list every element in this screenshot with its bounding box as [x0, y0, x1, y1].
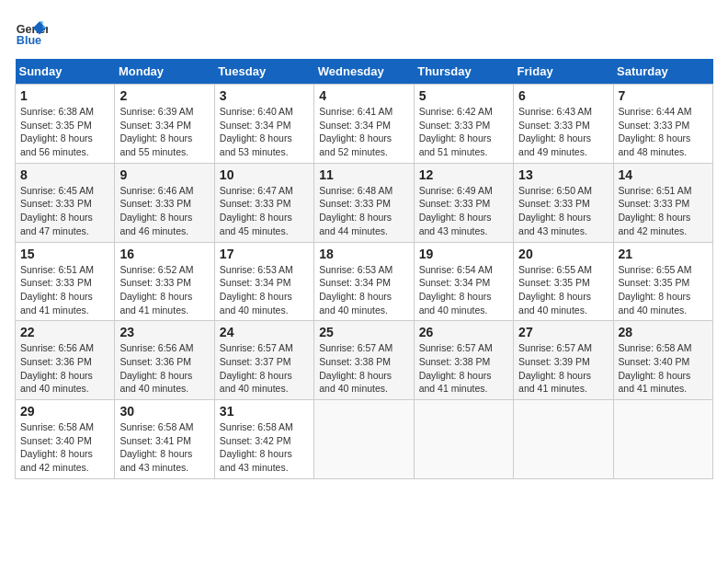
day-number: 2 — [119, 88, 209, 103]
calendar-cell: 6Sunrise: 6:43 AMSunset: 3:33 PMDaylight… — [514, 85, 613, 164]
calendar-cell: 25Sunrise: 6:57 AMSunset: 3:38 PMDayligh… — [314, 321, 414, 400]
day-number: 15 — [20, 247, 109, 261]
logo-icon: General Blue — [15, 15, 48, 48]
cell-content: Sunrise: 6:39 AMSunset: 3:34 PMDaylight:… — [119, 106, 193, 157]
day-number: 17 — [220, 247, 309, 261]
cell-content: Sunrise: 6:58 AMSunset: 3:41 PMDaylight:… — [119, 421, 193, 473]
calendar-cell: 15Sunrise: 6:51 AMSunset: 3:33 PMDayligh… — [16, 242, 115, 321]
cell-content: Sunrise: 6:40 AMSunset: 3:34 PMDaylight:… — [220, 106, 293, 157]
day-number: 21 — [619, 247, 708, 261]
calendar-cell: 23Sunrise: 6:56 AMSunset: 3:36 PMDayligh… — [115, 321, 214, 400]
cell-content: Sunrise: 6:57 AMSunset: 3:38 PMDaylight:… — [419, 342, 493, 394]
weekday-header: Monday — [115, 59, 214, 85]
cell-content: Sunrise: 6:46 AMSunset: 3:33 PMDaylight:… — [119, 185, 193, 236]
calendar-cell: 27Sunrise: 6:57 AMSunset: 3:39 PMDayligh… — [514, 321, 613, 400]
cell-content: Sunrise: 6:45 AMSunset: 3:33 PMDaylight:… — [20, 185, 94, 236]
calendar-cell: 24Sunrise: 6:57 AMSunset: 3:37 PMDayligh… — [214, 321, 313, 400]
calendar-cell: 29Sunrise: 6:58 AMSunset: 3:40 PMDayligh… — [16, 400, 115, 479]
day-number: 10 — [220, 167, 309, 182]
cell-content: Sunrise: 6:53 AMSunset: 3:34 PMDaylight:… — [220, 264, 293, 316]
day-number: 6 — [518, 88, 608, 103]
cell-content: Sunrise: 6:51 AMSunset: 3:33 PMDaylight:… — [20, 264, 94, 316]
calendar-cell — [414, 400, 513, 479]
cell-content: Sunrise: 6:42 AMSunset: 3:33 PMDaylight:… — [419, 106, 493, 157]
cell-content: Sunrise: 6:55 AMSunset: 3:35 PMDaylight:… — [518, 264, 592, 316]
calendar-cell: 11Sunrise: 6:48 AMSunset: 3:33 PMDayligh… — [314, 163, 414, 242]
day-number: 16 — [119, 247, 209, 261]
cell-content: Sunrise: 6:55 AMSunset: 3:35 PMDaylight:… — [619, 264, 692, 316]
page-header: General Blue — [15, 15, 713, 48]
day-number: 31 — [220, 404, 309, 419]
calendar-cell: 8Sunrise: 6:45 AMSunset: 3:33 PMDaylight… — [16, 163, 115, 242]
calendar-week-row: 29Sunrise: 6:58 AMSunset: 3:40 PMDayligh… — [16, 400, 713, 479]
cell-content: Sunrise: 6:49 AMSunset: 3:33 PMDaylight:… — [419, 185, 493, 236]
weekday-header: Friday — [514, 59, 613, 85]
day-number: 7 — [619, 88, 708, 103]
day-number: 3 — [220, 88, 309, 103]
day-number: 26 — [419, 325, 508, 339]
cell-content: Sunrise: 6:48 AMSunset: 3:33 PMDaylight:… — [319, 185, 392, 236]
logo: General Blue — [15, 15, 51, 48]
day-number: 18 — [319, 247, 408, 261]
calendar-cell: 20Sunrise: 6:55 AMSunset: 3:35 PMDayligh… — [514, 242, 613, 321]
cell-content: Sunrise: 6:43 AMSunset: 3:33 PMDaylight:… — [518, 106, 592, 157]
cell-content: Sunrise: 6:47 AMSunset: 3:33 PMDaylight:… — [220, 185, 293, 236]
cell-content: Sunrise: 6:56 AMSunset: 3:36 PMDaylight:… — [20, 342, 94, 394]
calendar-week-row: 1Sunrise: 6:38 AMSunset: 3:35 PMDaylight… — [16, 85, 713, 164]
calendar-cell: 3Sunrise: 6:40 AMSunset: 3:34 PMDaylight… — [214, 85, 313, 164]
cell-content: Sunrise: 6:50 AMSunset: 3:33 PMDaylight:… — [518, 185, 592, 236]
calendar-cell: 12Sunrise: 6:49 AMSunset: 3:33 PMDayligh… — [414, 163, 513, 242]
weekday-header: Sunday — [16, 59, 115, 85]
cell-content: Sunrise: 6:53 AMSunset: 3:34 PMDaylight:… — [319, 264, 392, 316]
day-number: 1 — [20, 88, 109, 103]
cell-content: Sunrise: 6:58 AMSunset: 3:42 PMDaylight:… — [220, 421, 293, 473]
day-number: 8 — [20, 167, 109, 182]
cell-content: Sunrise: 6:57 AMSunset: 3:39 PMDaylight:… — [518, 342, 592, 394]
calendar-cell: 28Sunrise: 6:58 AMSunset: 3:40 PMDayligh… — [613, 321, 712, 400]
calendar-cell: 26Sunrise: 6:57 AMSunset: 3:38 PMDayligh… — [414, 321, 513, 400]
calendar-cell — [314, 400, 414, 479]
calendar-table: SundayMondayTuesdayWednesdayThursdayFrid… — [15, 59, 713, 479]
cell-content: Sunrise: 6:54 AMSunset: 3:34 PMDaylight:… — [419, 264, 493, 316]
cell-content: Sunrise: 6:57 AMSunset: 3:38 PMDaylight:… — [319, 342, 392, 394]
calendar-cell: 30Sunrise: 6:58 AMSunset: 3:41 PMDayligh… — [115, 400, 214, 479]
calendar-cell: 13Sunrise: 6:50 AMSunset: 3:33 PMDayligh… — [514, 163, 613, 242]
calendar-cell — [514, 400, 613, 479]
day-number: 14 — [619, 167, 708, 182]
calendar-cell: 19Sunrise: 6:54 AMSunset: 3:34 PMDayligh… — [414, 242, 513, 321]
calendar-week-row: 15Sunrise: 6:51 AMSunset: 3:33 PMDayligh… — [16, 242, 713, 321]
cell-content: Sunrise: 6:51 AMSunset: 3:33 PMDaylight:… — [619, 185, 692, 236]
weekday-header: Saturday — [613, 59, 712, 85]
calendar-cell: 7Sunrise: 6:44 AMSunset: 3:33 PMDaylight… — [613, 85, 712, 164]
day-number: 28 — [619, 325, 708, 339]
calendar-cell: 4Sunrise: 6:41 AMSunset: 3:34 PMDaylight… — [314, 85, 414, 164]
cell-content: Sunrise: 6:56 AMSunset: 3:36 PMDaylight:… — [119, 342, 193, 394]
cell-content: Sunrise: 6:44 AMSunset: 3:33 PMDaylight:… — [619, 106, 692, 157]
cell-content: Sunrise: 6:38 AMSunset: 3:35 PMDaylight:… — [20, 106, 94, 157]
calendar-cell: 10Sunrise: 6:47 AMSunset: 3:33 PMDayligh… — [214, 163, 313, 242]
calendar-cell: 17Sunrise: 6:53 AMSunset: 3:34 PMDayligh… — [214, 242, 313, 321]
calendar-cell: 18Sunrise: 6:53 AMSunset: 3:34 PMDayligh… — [314, 242, 414, 321]
day-number: 4 — [319, 88, 408, 103]
cell-content: Sunrise: 6:41 AMSunset: 3:34 PMDaylight:… — [319, 106, 392, 157]
day-number: 19 — [419, 247, 508, 261]
cell-content: Sunrise: 6:58 AMSunset: 3:40 PMDaylight:… — [619, 342, 692, 394]
calendar-week-row: 22Sunrise: 6:56 AMSunset: 3:36 PMDayligh… — [16, 321, 713, 400]
cell-content: Sunrise: 6:52 AMSunset: 3:33 PMDaylight:… — [119, 264, 193, 316]
calendar-cell: 2Sunrise: 6:39 AMSunset: 3:34 PMDaylight… — [115, 85, 214, 164]
calendar-cell: 1Sunrise: 6:38 AMSunset: 3:35 PMDaylight… — [16, 85, 115, 164]
day-number: 20 — [518, 247, 608, 261]
calendar-cell: 5Sunrise: 6:42 AMSunset: 3:33 PMDaylight… — [414, 85, 513, 164]
day-number: 13 — [518, 167, 608, 182]
day-number: 11 — [319, 167, 408, 182]
calendar-cell: 14Sunrise: 6:51 AMSunset: 3:33 PMDayligh… — [613, 163, 712, 242]
day-number: 24 — [220, 325, 309, 339]
day-number: 27 — [518, 325, 608, 339]
weekday-header: Thursday — [414, 59, 513, 85]
header-row: SundayMondayTuesdayWednesdayThursdayFrid… — [16, 59, 713, 85]
day-number: 12 — [419, 167, 508, 182]
day-number: 29 — [20, 404, 109, 419]
day-number: 22 — [20, 325, 109, 339]
calendar-cell: 31Sunrise: 6:58 AMSunset: 3:42 PMDayligh… — [214, 400, 313, 479]
svg-text:Blue: Blue — [17, 34, 41, 47]
